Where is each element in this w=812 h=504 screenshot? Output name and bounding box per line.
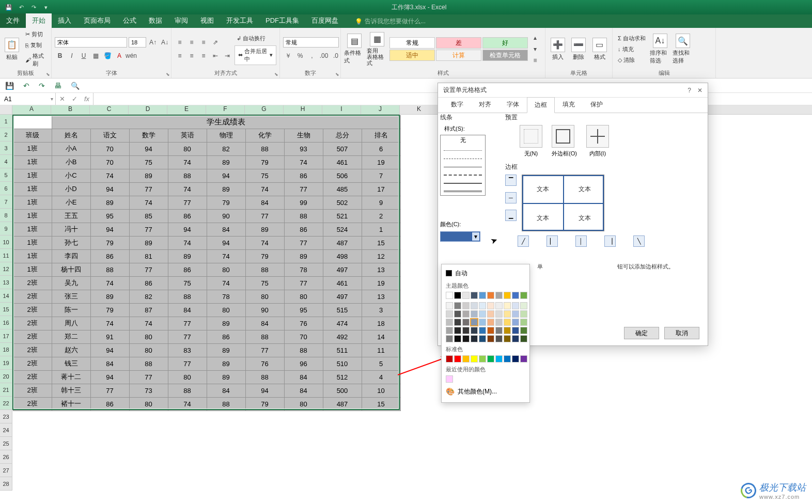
data-cell[interactable]: 74 [90,276,129,290]
data-cell[interactable]: 76 [245,357,284,370]
column-header[interactable]: A [12,105,51,114]
data-cell[interactable]: 13 [362,290,400,303]
color-swatch[interactable] [471,355,478,363]
data-cell[interactable]: 1班 [13,155,52,169]
data-cell[interactable]: 86 [129,276,168,290]
color-swatch[interactable] [479,319,486,326]
color-swatch[interactable] [471,319,478,326]
tab-fill[interactable]: 填充 [555,97,583,113]
data-cell[interactable]: 75 [245,276,284,290]
data-cell[interactable]: 88 [245,370,284,384]
data-cell[interactable]: 94 [245,384,284,397]
data-cell[interactable]: 89 [129,236,168,249]
data-cell[interactable]: 74 [284,155,323,169]
data-cell[interactable]: 89 [207,182,245,196]
color-swatch[interactable] [446,292,453,299]
row-header[interactable]: 3 [0,141,12,155]
data-cell[interactable]: 84 [284,370,323,384]
dialog-launcher-icon[interactable]: ⬊ [274,72,278,77]
row-header[interactable]: 9 [0,222,12,235]
data-cell[interactable]: 小A [52,142,90,155]
cond-format-button[interactable]: ▤条件格式 [344,34,365,65]
column-header[interactable]: D [129,105,167,114]
border-top-button[interactable]: ▔ [505,175,517,186]
color-swatch[interactable] [495,292,503,299]
data-cell[interactable]: 1班 [13,263,52,276]
color-swatch[interactable] [487,292,494,299]
data-cell[interactable]: 14 [362,330,400,343]
data-cell[interactable]: 19 [362,276,400,290]
data-cell[interactable]: 521 [323,209,362,223]
indent-inc-icon[interactable]: ⇥ [222,51,232,61]
data-cell[interactable]: 褚十一 [52,397,90,411]
data-cell[interactable]: 孙七 [52,236,90,249]
row-header[interactable]: 12 [0,262,12,276]
data-cell[interactable]: 13 [362,263,400,276]
wrap-text-button[interactable]: ↲ 自动换行 [235,34,276,43]
data-cell[interactable]: 1班 [13,209,52,223]
data-cell[interactable]: 79 [245,249,284,263]
color-swatch[interactable] [512,319,519,326]
data-cell[interactable]: 84 [207,223,245,236]
tab-formulas[interactable]: 公式 [117,13,143,28]
currency-icon[interactable]: ￥ [283,51,293,61]
data-cell[interactable]: 李四 [52,249,90,263]
color-swatch[interactable] [495,355,503,363]
data-cell[interactable]: 2 [362,209,400,223]
decrease-font-icon[interactable]: A↓ [160,37,170,48]
chevron-down-icon[interactable]: ▾ [472,232,480,241]
color-swatch[interactable] [462,310,470,318]
row-header[interactable]: 2 [0,128,12,141]
color-swatch[interactable] [520,335,527,342]
tab-view[interactable]: 视图 [194,13,220,28]
tab-review[interactable]: 审阅 [168,13,194,28]
line-style[interactable] [444,170,482,176]
column-header[interactable]: E [167,105,206,114]
header-cell[interactable]: 数学 [129,129,168,142]
copy-button[interactable]: ⎘ 复制 [23,40,48,50]
row-header[interactable]: 6 [0,182,12,195]
table-title-cell[interactable]: 学生成绩表 [52,115,400,129]
data-cell[interactable]: 小D [52,182,90,196]
tab-align[interactable]: 对齐 [471,97,499,113]
data-cell[interactable]: 1班 [13,142,52,155]
data-cell[interactable]: 506 [323,169,362,182]
data-cell[interactable]: 99 [284,196,323,209]
data-cell[interactable]: 82 [129,290,168,303]
data-cell[interactable]: 74 [245,236,284,249]
color-swatch[interactable] [504,302,511,309]
data-cell[interactable]: 74 [90,169,129,182]
color-swatch[interactable] [504,310,511,318]
data-cell[interactable]: 79 [207,196,245,209]
data-cell[interactable]: 86 [90,249,129,263]
data-cell[interactable]: 461 [323,155,362,169]
row-header[interactable]: 28 [0,477,12,491]
color-swatch[interactable] [454,310,461,318]
data-cell[interactable]: 张三 [52,290,90,303]
data-cell[interactable]: 77 [129,370,168,384]
border-diag-down-button[interactable]: ╲ [633,235,645,247]
tab-font[interactable]: 字体 [499,97,527,113]
data-cell[interactable]: 524 [323,223,362,236]
data-cell[interactable]: 11 [362,343,400,357]
dialog-launcher-icon[interactable]: ⬊ [166,72,170,77]
data-cell[interactable]: 2班 [13,357,52,370]
data-cell[interactable]: 2班 [13,290,52,303]
color-swatch[interactable] [504,335,511,342]
data-cell[interactable]: 2班 [13,303,52,317]
ok-button[interactable]: 确定 [624,327,659,339]
data-cell[interactable]: 80 [168,142,207,155]
row-header[interactable]: 7 [0,195,12,209]
data-cell[interactable]: 80 [245,290,284,303]
color-swatch[interactable] [471,327,478,334]
color-swatch[interactable] [479,327,486,334]
data-cell[interactable]: 94 [90,182,129,196]
data-cell[interactable]: 2班 [13,330,52,343]
header-cell[interactable]: 班级 [13,129,52,142]
color-swatch[interactable] [487,335,494,342]
tell-me[interactable]: 💡 告诉我您想要做什么... [351,15,430,28]
color-swatch[interactable] [479,355,486,363]
data-cell[interactable]: 77 [168,357,207,370]
row-header[interactable]: 23 [0,410,12,423]
column-header[interactable]: J [361,105,400,114]
